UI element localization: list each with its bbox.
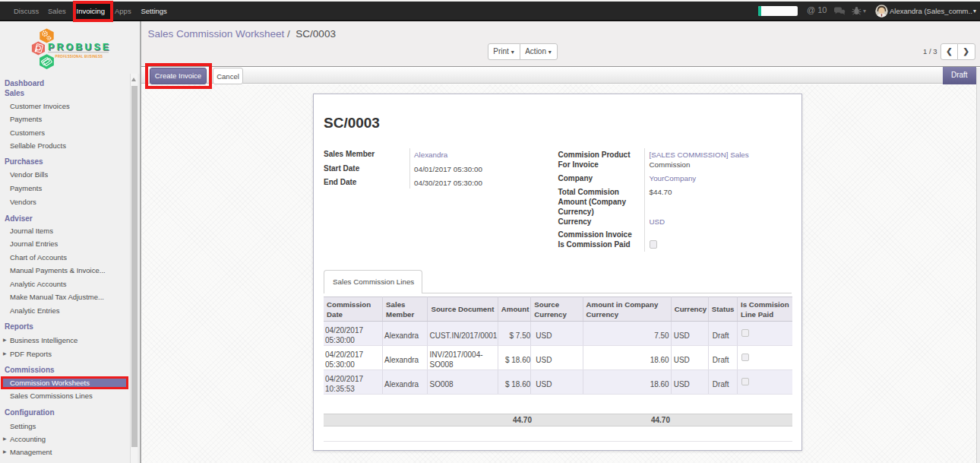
svg-text:PROFESSIONAL BUSINESS: PROFESSIONAL BUSINESS [55,54,103,59]
svg-text:PROBUSE: PROBUSE [48,42,111,52]
